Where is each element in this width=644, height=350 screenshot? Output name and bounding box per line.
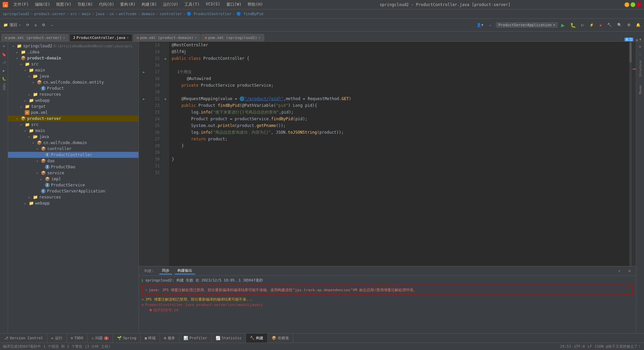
- tab-product-controller[interactable]: J ProductController.java ×: [69, 34, 132, 41]
- breadcrumb-findbypid[interactable]: 🔵 findByPid: [236, 12, 263, 16]
- gutter-run-28[interactable]: ▶: [139, 95, 149, 102]
- todo-panel-button[interactable]: TODO: [1, 83, 7, 90]
- menu-run[interactable]: 运行(U): [160, 1, 181, 8]
- tree-java[interactable]: 📂 java: [8, 73, 139, 79]
- git-button[interactable]: ⎇: [1, 59, 7, 66]
- back-button[interactable]: ←: [487, 23, 494, 28]
- collapse-all-button[interactable]: ≡: [33, 23, 39, 28]
- breadcrumb-main[interactable]: main: [82, 12, 91, 16]
- footer-tab-spring[interactable]: 🌱 Spring: [113, 334, 141, 343]
- lf-indicator[interactable]: LF: [588, 344, 592, 349]
- tree-server-src[interactable]: 📁 src: [8, 122, 139, 128]
- tab-close-button[interactable]: ×: [63, 36, 65, 40]
- tree-pom-domain[interactable]: m pom.xml: [8, 110, 139, 116]
- breadcrumb-cn[interactable]: cn: [109, 12, 114, 16]
- close-bottom-panel[interactable]: ×: [615, 268, 623, 274]
- minimize-panel-button[interactable]: −: [49, 23, 55, 28]
- settings-right-button[interactable]: ⚙: [637, 43, 644, 50]
- tree-server-main[interactable]: 📁 main: [8, 128, 139, 134]
- tree-product-domain[interactable]: 📦 product-domain: [8, 55, 139, 61]
- tree-target[interactable]: 📁 target: [8, 103, 139, 110]
- structure-button[interactable]: ⊞: [1, 43, 7, 50]
- menu-navigate[interactable]: 导航(N): [75, 1, 96, 8]
- maven-right[interactable]: Maven: [639, 85, 642, 94]
- menu-refactor[interactable]: 重构(R): [117, 1, 138, 8]
- menu-window[interactable]: 窗口(W): [224, 1, 245, 8]
- tab-pom-product-server[interactable]: m pom.xml (product-server) ×: [1, 34, 69, 41]
- minimize-right-button[interactable]: −: [637, 51, 644, 58]
- tree-idea[interactable]: 📁 .idea: [8, 49, 139, 55]
- menu-file[interactable]: 文件(F): [11, 1, 32, 8]
- menu-build[interactable]: 构建(B): [139, 1, 160, 8]
- menu-bar[interactable]: 文件(F) 编辑(E) 视图(V) 导航(N) 代码(O) 重构(R) 构建(B…: [11, 1, 266, 8]
- tab-close-button[interactable]: ×: [195, 36, 197, 40]
- footer-tab-terminal[interactable]: ▣ 终端: [141, 334, 160, 343]
- debug-button[interactable]: 🐛: [568, 22, 578, 29]
- run-panel-button[interactable]: ▶: [1, 67, 7, 74]
- minimize-button[interactable]: [625, 2, 629, 7]
- tree-product-service[interactable]: I ProductService: [8, 182, 139, 188]
- footer-tab-dependencies[interactable]: 📦 依赖项: [268, 334, 293, 343]
- menu-edit[interactable]: 编辑(E): [32, 1, 53, 8]
- code-editor-content[interactable]: @RestController @Slf4j public class Prod…: [169, 42, 629, 266]
- tab-close-button[interactable]: ×: [259, 36, 261, 40]
- tree-service-package[interactable]: 📦 service: [8, 170, 139, 176]
- debug-panel-button[interactable]: 🐛: [1, 75, 7, 82]
- structure-right[interactable]: Structure: [639, 60, 642, 77]
- bookmarks-button[interactable]: 🔖: [1, 51, 7, 58]
- sync-button[interactable]: ⟳: [24, 22, 31, 28]
- tree-root-springcloud2[interactable]: 📁 springcloud2 D:\ArticleAndBookAndNote\…: [8, 43, 139, 49]
- menu-code[interactable]: 代码(O): [96, 1, 117, 8]
- project-dropdown-icon[interactable]: ▾: [19, 23, 21, 27]
- tree-impl-package[interactable]: 📦 impl: [8, 176, 139, 182]
- tree-server-webapp[interactable]: 📁 webapp: [8, 200, 139, 206]
- tab-close-button[interactable]: ×: [127, 36, 129, 40]
- tree-product-controller[interactable]: C ProductController: [8, 152, 139, 158]
- close-button[interactable]: [637, 2, 641, 7]
- bottom-tab-build-output[interactable]: 构建输出: [175, 267, 195, 274]
- tree-controller-package[interactable]: 📦 controller: [8, 146, 139, 152]
- build-button[interactable]: 🔨: [605, 22, 614, 28]
- breadcrumb-domain[interactable]: domain: [142, 12, 155, 16]
- bottom-tab-sync[interactable]: 同步: [159, 267, 172, 274]
- run-button[interactable]: ▶: [559, 22, 567, 29]
- encoding-indicator[interactable]: UTF-8: [574, 344, 585, 349]
- tree-package-domain[interactable]: 📦 cn.wolfcode.domain: [8, 140, 139, 146]
- menu-vcs[interactable]: VCS(S): [203, 1, 223, 8]
- footer-tab-run[interactable]: ▶ 运行: [47, 334, 67, 343]
- run-marker-15[interactable]: ▶: [162, 55, 169, 62]
- tree-resources[interactable]: 📁 resources: [8, 91, 139, 97]
- tree-dao-package[interactable]: 📦 dao: [8, 158, 139, 164]
- breadcrumb-java[interactable]: java: [96, 12, 105, 16]
- breadcrumb-controller[interactable]: controller: [160, 12, 182, 16]
- breadcrumb-wolfcode[interactable]: wolfcode: [119, 12, 137, 16]
- tree-product-dao[interactable]: I ProductDao: [8, 164, 139, 170]
- run-with-coverage-button[interactable]: ▷: [579, 22, 586, 28]
- profile-button[interactable]: ⚡: [587, 22, 596, 28]
- tree-product-class[interactable]: C Product: [8, 85, 139, 91]
- tree-product-domain-src[interactable]: 📁 src: [8, 61, 139, 67]
- position-indicator[interactable]: 29:53: [560, 344, 571, 349]
- breadcrumb-springcloud2[interactable]: springcloud2: [3, 12, 29, 16]
- tree-main[interactable]: 📁 main: [8, 67, 139, 73]
- editor-scrollbar[interactable]: [629, 42, 632, 266]
- footer-tab-services[interactable]: ⊞ 服务: [160, 334, 179, 343]
- run-config-selector[interactable]: ProductServerApplication ▾: [496, 22, 558, 28]
- hint-nav-down[interactable]: ▼: [639, 38, 641, 41]
- tab-pom-product-domain[interactable]: m pom.xml (product-domain) ×: [133, 34, 201, 41]
- footer-tab-version-control[interactable]: ⎇ Version Control: [0, 334, 47, 343]
- settings-button[interactable]: ⚙: [625, 22, 633, 28]
- bottom-tab-build[interactable]: 构建:: [142, 268, 157, 274]
- tree-settings-button[interactable]: ⚙: [40, 22, 47, 28]
- menu-help[interactable]: 帮助(H): [245, 1, 266, 8]
- tree-server-resources[interactable]: 📁 resources: [8, 194, 139, 200]
- tab-pom-springcloud2[interactable]: m pom.xml (springcloud2) ×: [201, 34, 264, 41]
- user-icon-button[interactable]: 👤▾: [475, 22, 485, 28]
- footer-tab-todo[interactable]: ≡ TODO: [67, 334, 88, 343]
- run-marker-21[interactable]: ▶: [162, 95, 169, 102]
- footer-tab-problems[interactable]: ⚠ 问题 1: [88, 334, 113, 343]
- notifications-button[interactable]: 🔔: [634, 22, 643, 28]
- gutter-run-21[interactable]: [139, 42, 149, 69]
- tree-server-java[interactable]: 📂 java: [8, 134, 139, 140]
- window-controls[interactable]: [625, 2, 641, 7]
